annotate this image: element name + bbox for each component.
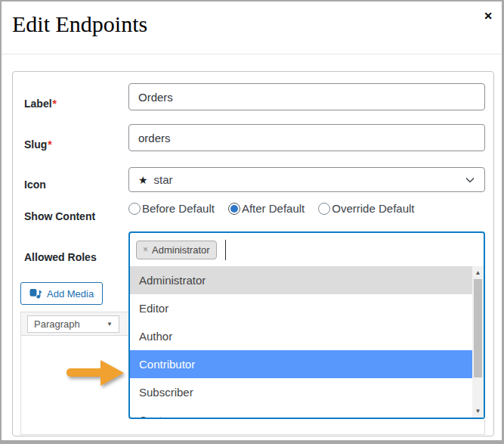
role-option-subscriber[interactable]: Subscriber — [130, 378, 472, 406]
role-tag-administrator: × Administrator — [136, 241, 217, 259]
required-asterisk: * — [53, 98, 57, 110]
icon-field-label: Icon — [24, 179, 46, 191]
star-icon: ★ — [138, 174, 148, 186]
page-title: Edit Endpoints — [12, 11, 147, 37]
icon-select[interactable]: ★ star — [128, 167, 485, 192]
role-option-contributor[interactable]: Contributor — [130, 350, 472, 378]
scroll-up-icon[interactable]: ▲ — [472, 269, 484, 276]
show-content-radio-group: Before Default After Default Override De… — [128, 202, 414, 215]
label-input[interactable] — [128, 83, 485, 110]
paragraph-format-select[interactable]: Paragraph ▼ — [27, 315, 119, 333]
role-option-editor[interactable]: Editor — [130, 294, 472, 322]
header-divider — [2, 54, 502, 54]
icon-select-value: star — [154, 173, 173, 186]
show-content-field-label: Show Content — [24, 210, 95, 222]
text-cursor — [225, 240, 226, 260]
role-option-administrator[interactable]: Administrator — [130, 266, 472, 294]
scroll-down-icon[interactable]: ▼ — [472, 408, 484, 415]
scrollbar-thumb[interactable] — [474, 279, 482, 377]
slug-field-label: Slug* — [24, 138, 52, 151]
allowed-roles-multiselect[interactable]: × Administrator Administrator Editor Aut… — [128, 231, 485, 419]
slug-input[interactable] — [128, 124, 485, 151]
dropdown-arrow-icon: ▼ — [107, 321, 113, 328]
selected-roles-area[interactable]: × Administrator — [130, 233, 484, 266]
close-icon[interactable]: ✕ — [484, 11, 493, 21]
radio-override-default[interactable]: Override Default — [318, 202, 414, 215]
remove-tag-icon[interactable]: × — [143, 244, 148, 255]
dropdown-scrollbar[interactable]: ▲ ▼ — [472, 266, 484, 418]
radio-after-default[interactable]: After Default — [228, 202, 305, 215]
radio-circle-icon — [228, 203, 240, 215]
media-icon — [29, 287, 42, 300]
radio-circle-icon — [318, 203, 330, 215]
allowed-roles-field-label: Allowed Roles — [24, 251, 97, 263]
chevron-down-icon — [465, 175, 475, 188]
role-option-customer[interactable]: Customer — [130, 406, 472, 418]
roles-dropdown-list: Administrator Editor Author Contributor … — [130, 266, 484, 418]
required-asterisk: * — [48, 138, 51, 151]
edit-endpoints-modal: Edit Endpoints ✕ Label* Slug* Icon ★ sta… — [0, 0, 504, 444]
radio-before-default[interactable]: Before Default — [128, 202, 215, 215]
add-media-button[interactable]: Add Media — [20, 282, 103, 305]
label-field-label: Label* — [24, 98, 57, 110]
radio-circle-icon — [128, 203, 141, 215]
role-option-author[interactable]: Author — [130, 322, 472, 350]
